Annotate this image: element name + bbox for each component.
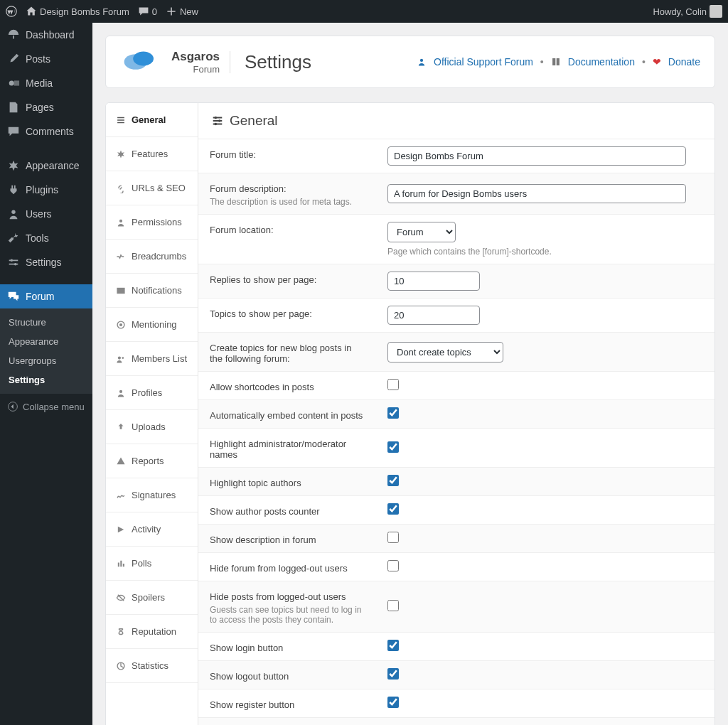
avatar [710,5,722,18]
tab-mentioning[interactable]: Mentioning [106,308,198,342]
tab-general[interactable]: General [106,103,198,137]
input-topics[interactable] [387,306,480,325]
comments-count[interactable]: 0 [138,6,157,17]
page-header: Asgaros Forum Settings Official Support … [105,36,715,88]
nav-posts[interactable]: Posts [0,47,92,71]
check-highlight-author[interactable] [387,475,399,486]
svg-point-4 [14,263,17,266]
tab-features[interactable]: Features [106,137,198,171]
tab-profiles[interactable]: Profiles [106,376,198,410]
label-highlight-author: Highlight topic authors [198,468,376,496]
input-forum-desc[interactable] [387,184,686,203]
label-logout-btn: Show logout button [198,661,376,689]
new-button[interactable]: New [166,6,198,17]
subnav-settings[interactable]: Settings [0,370,92,390]
select-forum-location[interactable]: Forum [387,222,456,242]
docs-link[interactable]: Documentation [568,56,635,68]
brand-name: Asgaros [171,50,220,64]
check-posts-counter[interactable] [387,503,399,515]
check-hide-forum[interactable] [387,560,399,571]
label-forum-location: Forum location: [198,215,376,264]
collapse-menu[interactable]: Collapse menu [0,394,92,419]
nav-settings[interactable]: Settings [0,250,92,274]
label-edit-date: Show edit date [198,718,376,726]
check-shortcodes[interactable] [387,379,399,390]
nav-users[interactable]: Users [0,202,92,226]
settings-card: General Features URLs & SEO Permissions … [105,102,715,725]
svg-point-1 [9,80,14,85]
input-replies[interactable] [387,272,480,291]
user-icon [417,57,427,67]
label-shortcodes: Allow shortcodes in posts [198,372,376,400]
settings-panel: General Forum title: Forum description:T… [198,103,714,725]
check-login-btn[interactable] [387,640,399,651]
site-home-link[interactable]: Design Bombs Forum [26,6,129,17]
heart-icon: ❤ [653,56,661,68]
check-register-btn[interactable] [387,697,399,708]
howdy-user[interactable]: Howdy, Colin [653,5,722,18]
tab-uploads[interactable]: Uploads [106,410,198,444]
admin-sidebar: Dashboard Posts Media Pages Comments App… [0,23,92,725]
label-show-desc: Show description in forum [198,525,376,553]
tab-permissions[interactable]: Permissions [106,205,198,240]
check-embed[interactable] [387,407,399,419]
svg-point-8 [420,59,423,62]
subnav-usergroups[interactable]: Usergroups [0,351,92,370]
svg-point-9 [119,219,122,222]
subnav-structure[interactable]: Structure [0,313,92,332]
nav-media[interactable]: Media [0,71,92,95]
input-forum-title[interactable] [387,146,686,166]
section-heading: General [198,103,714,139]
donate-link[interactable]: Donate [668,56,700,68]
help-hide-posts: Guests can see topics but need to log in… [210,605,365,625]
content-area: Asgaros Forum Settings Official Support … [92,23,728,725]
nav-dashboard[interactable]: Dashboard [0,23,92,47]
check-logout-btn[interactable] [387,668,399,680]
wp-logo[interactable] [6,6,17,17]
check-highlight-mod[interactable] [387,441,399,453]
label-posts-counter: Show author posts counter [198,496,376,525]
svg-point-17 [218,119,221,122]
svg-point-13 [122,357,124,359]
tab-notifications[interactable]: Notifications [106,274,198,308]
tab-activity[interactable]: Activity [106,512,198,547]
nav-plugins[interactable]: Plugins [0,178,92,202]
forum-subnav: Structure Appearance Usergroups Settings [0,308,92,394]
nav-appearance[interactable]: Appearance [0,154,92,178]
nav-tools[interactable]: Tools [0,226,92,250]
asgaros-logo [120,49,161,75]
tab-spoilers[interactable]: Spoilers [106,581,198,615]
help-forum-location: Page which contains the [forum]-shortcod… [387,247,703,257]
tab-signatures[interactable]: Signatures [106,478,198,512]
check-show-desc[interactable] [387,532,399,543]
tab-reputation[interactable]: Reputation [106,615,198,649]
label-embed: Automatically embed content in posts [198,400,376,429]
subnav-appearance[interactable]: Appearance [0,332,92,351]
check-hide-posts[interactable] [387,600,399,611]
label-hide-forum: Hide forum from logged-out users [198,553,376,581]
label-register-btn: Show register button [198,689,376,718]
svg-point-16 [215,117,218,119]
svg-point-18 [215,123,218,126]
tab-members[interactable]: Members List [106,342,198,376]
tab-urls[interactable]: URLs & SEO [106,171,198,205]
label-hide-posts: Hide posts from logged-out users [210,591,346,602]
label-replies: Replies to show per page: [198,264,376,299]
page-title: Settings [230,51,311,73]
svg-point-11 [119,323,122,326]
nav-pages[interactable]: Pages [0,95,92,119]
label-create-topics: Create topics for new blog posts in the … [198,333,376,372]
tab-reports[interactable]: Reports [106,444,198,478]
select-create-topics[interactable]: Dont create topics [387,342,503,362]
settings-tabs: General Features URLs & SEO Permissions … [106,103,198,725]
svg-point-2 [11,210,15,214]
tab-polls[interactable]: Polls [106,547,198,581]
nav-comments[interactable]: Comments [0,119,92,144]
nav-forum[interactable]: Forum [0,284,92,308]
tab-statistics[interactable]: Statistics [106,649,198,683]
book-icon [551,57,561,67]
tab-breadcrumbs[interactable]: Breadcrumbs [106,240,198,274]
admin-topbar: Design Bombs Forum 0 New Howdy, Colin [0,0,728,23]
label-topics: Topics to show per page: [198,299,376,333]
support-link[interactable]: Official Support Forum [434,56,533,68]
